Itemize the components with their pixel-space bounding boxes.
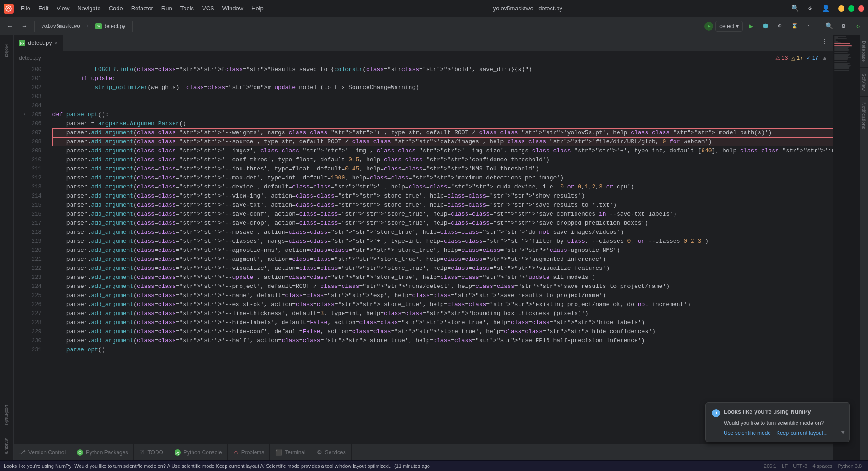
run-config-dropdown[interactable]: detect ▾: [715, 21, 743, 32]
numpy-collapse-btn[interactable]: ▼: [841, 429, 845, 436]
menu-run[interactable]: Run: [158, 3, 176, 14]
tab-settings-btn[interactable]: ⋮: [818, 35, 831, 48]
numpy-scientific-mode-link[interactable]: Use scientific mode: [724, 430, 771, 436]
menu-tools[interactable]: Tools: [177, 3, 198, 14]
pkg-icon: ⬡: [77, 449, 83, 456]
info-count-label: 17: [812, 55, 818, 61]
code-line-207: parser.add_argument(class=class="str">"s…: [52, 128, 833, 137]
code-editor[interactable]: ▾ 20020120220320420520620720820921021121…: [14, 64, 833, 444]
numpy-popup-actions: Use scientific mode Keep current layout.…: [724, 430, 843, 436]
status-bar: Looks like you're using NumPy: Would you…: [0, 460, 868, 471]
todo-icon: ☑: [139, 449, 145, 456]
menu-code[interactable]: Code: [105, 3, 127, 14]
debug-btn[interactable]: ⬢: [759, 20, 772, 33]
menu-navigate[interactable]: Navigate: [74, 3, 104, 14]
code-line-211: parser.add_argument(class=class="str">"s…: [52, 165, 833, 174]
status-line-ending[interactable]: LF: [779, 463, 790, 469]
run-btn[interactable]: ▶: [745, 20, 757, 33]
tab-label: detect.py: [28, 39, 52, 46]
menu-window[interactable]: Window: [219, 3, 247, 14]
code-line-215: parser.add_argument(class=class="str">"s…: [52, 201, 833, 210]
notifications-panel-tab[interactable]: Notifications: [860, 97, 868, 135]
forward-btn[interactable]: →: [18, 20, 31, 33]
search-btn[interactable]: 🔍: [823, 20, 835, 33]
bottom-tab-python-console[interactable]: py Python Console: [169, 444, 228, 460]
menu-help[interactable]: Help: [248, 3, 267, 14]
tab-detect-py[interactable]: py detect.py ×: [14, 35, 63, 51]
more-run-btn[interactable]: ⋮: [802, 20, 815, 33]
warning-count[interactable]: △ 17: [791, 55, 802, 61]
profile-run-btn[interactable]: ⌛: [788, 20, 801, 33]
code-line-201: if update:: [52, 74, 833, 83]
window-title: yolov5masktwo - detect.py: [267, 5, 788, 12]
fold-gutter: ▾: [21, 64, 28, 444]
minimize-btn[interactable]: [838, 5, 844, 12]
bottom-panel: ⎇ Version Control ⬡ Python Packages ☑ TO…: [14, 444, 833, 460]
run-config-icon[interactable]: ▶: [704, 22, 713, 31]
code-line-220: parser.add_argument(class=class="str">"s…: [52, 246, 833, 255]
gear-btn[interactable]: ⚙: [837, 20, 850, 33]
menu-file[interactable]: File: [17, 3, 34, 14]
bottom-tab-services[interactable]: ⚙ Services: [311, 444, 352, 460]
numpy-popup-header: i Looks like you're using NumPy: [712, 408, 843, 417]
search-toolbar-btn[interactable]: 🔍: [788, 2, 801, 15]
right-panels: Database SciView Notifications: [860, 35, 868, 460]
file-tab-btn[interactable]: py detect.py: [92, 21, 129, 31]
editor-container: py detect.py × ⋮ detect.py ⚠ 13 △ 17: [14, 35, 833, 460]
info-icon: ✓: [807, 55, 811, 61]
menu-edit[interactable]: Edit: [35, 3, 52, 14]
numpy-popup-title: Looks like you're using NumPy: [724, 408, 811, 415]
sidebar-project-icon[interactable]: Project: [1, 37, 13, 64]
breadcrumb-bar: detect.py ⚠ 13 △ 17 ✓ 17 ▲: [14, 52, 833, 64]
numpy-keep-layout-link[interactable]: Keep current layout...: [776, 430, 828, 436]
menu-view[interactable]: View: [53, 3, 73, 14]
code-line-224: parser.add_argument(class=class="str">"s…: [52, 282, 833, 291]
status-position[interactable]: 206:1: [761, 463, 779, 469]
update-btn[interactable]: ↻: [852, 20, 864, 33]
breadcrumb-file: detect.py: [19, 55, 41, 61]
bottom-tab-terminal[interactable]: ⬛ Terminal: [270, 444, 311, 460]
menu-refactor[interactable]: Refactor: [127, 3, 157, 14]
tab-close-btn[interactable]: ×: [55, 40, 57, 46]
bottom-tab-python-packages[interactable]: ⬡ Python Packages: [71, 444, 134, 460]
bottom-tab-todo[interactable]: ☑ TODO: [134, 444, 169, 460]
code-line-225: parser.add_argument(class=class="str">"s…: [52, 291, 833, 300]
code-line-204: [52, 101, 833, 110]
main-toolbar: ← → yolov5masktwo › py detect.py ▶ detec…: [0, 17, 868, 35]
problems-icon: ⚠: [233, 449, 239, 456]
warnings-expand[interactable]: ▲: [822, 55, 827, 61]
vc-icon: ⎇: [19, 449, 26, 456]
status-indent[interactable]: 4 spaces: [810, 463, 835, 469]
code-line-206: parser = argparse.ArgumentParser(): [52, 119, 833, 128]
error-icon: ⚠: [775, 55, 780, 61]
database-panel-tab[interactable]: Database: [860, 35, 868, 68]
menu-vcs[interactable]: VCS: [198, 3, 218, 14]
tab-bar: py detect.py × ⋮: [14, 35, 833, 52]
code-line-227: parser.add_argument(class=class="str">"s…: [52, 309, 833, 318]
maximize-btn[interactable]: [848, 5, 854, 12]
project-icon[interactable]: yolov5masktwo: [38, 20, 83, 33]
sidebar-bookmarks-icon[interactable]: Bookmarks: [1, 400, 13, 431]
status-python[interactable]: Python 3.8: [835, 463, 864, 469]
terminal-label: Terminal: [285, 449, 305, 456]
info-count[interactable]: ✓ 17: [807, 55, 818, 61]
code-line-229: parser.add_argument(class=class="str">"s…: [52, 327, 833, 336]
settings-btn[interactable]: ⚙: [804, 2, 816, 15]
app-icon: [4, 4, 14, 14]
status-encoding[interactable]: UTF-8: [790, 463, 810, 469]
bottom-tab-version-control[interactable]: ⎇ Version Control: [14, 444, 71, 460]
run-config-label: detect: [719, 23, 734, 29]
error-count[interactable]: ⚠ 13: [775, 55, 788, 61]
titlebar: File Edit View Navigate Code Refactor Ru…: [0, 0, 868, 17]
sidebar-structure-icon[interactable]: Structure: [1, 432, 13, 459]
warnings-bar: ⚠ 13 △ 17 ✓ 17 ▲: [775, 55, 827, 61]
vc-label: Version Control: [28, 449, 66, 456]
close-btn[interactable]: [858, 5, 864, 12]
back-btn[interactable]: ←: [4, 20, 16, 33]
profile-btn[interactable]: 👤: [819, 2, 832, 15]
coverage-btn[interactable]: ⊕: [774, 20, 786, 33]
left-sidebar: Project Bookmarks Structure: [0, 35, 14, 460]
sciview-panel-tab[interactable]: SciView: [860, 68, 868, 97]
bottom-tab-problems[interactable]: ⚠ Problems: [228, 444, 270, 460]
code-line-212: parser.add_argument(class=class="str">"s…: [52, 174, 833, 183]
